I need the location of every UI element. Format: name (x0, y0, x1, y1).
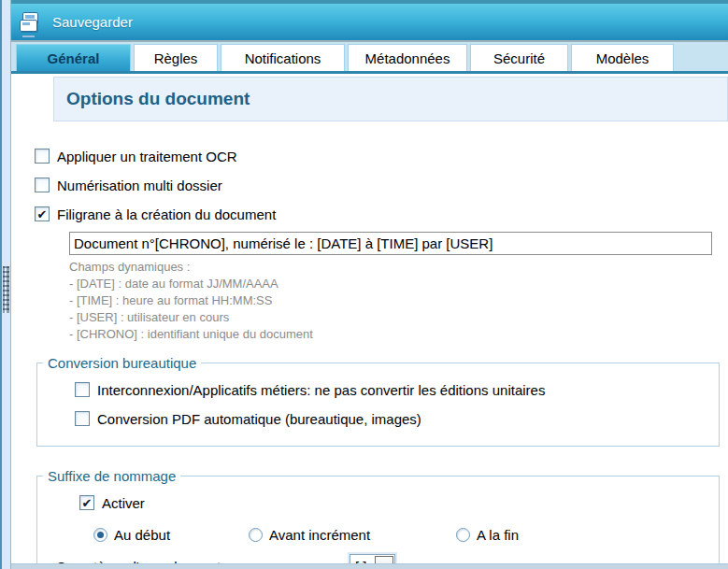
section-heading-band: Options du document (53, 77, 728, 121)
option-interconnexion[interactable]: Interconnexion/Applicatifs métiers: ne p… (75, 378, 719, 401)
bottom-border-strip (11, 563, 728, 569)
dynamic-fields-hint: Champs dynamiques : - [DATE] : date au f… (69, 259, 728, 343)
splitter-grip-icon[interactable] (3, 266, 9, 313)
option-activer-label: Activer (102, 495, 145, 511)
option-filigrane[interactable]: Filigrane à la création du document (35, 203, 728, 225)
dialog-titlebar: Sauvegarder (11, 4, 728, 40)
tab-securite[interactable]: Sécurité (470, 44, 568, 71)
conversion-bureautique-group: Conversion bureautique Interconnexion/Ap… (36, 355, 720, 447)
radio-avant-increment[interactable]: Avant incrément (249, 527, 456, 543)
radio-a-la-fin-label: A la fin (477, 527, 519, 543)
radio-a-la-fin[interactable]: A la fin (456, 527, 519, 543)
option-multi-dossier-label: Numérisation multi dossier (57, 178, 222, 193)
option-ocr[interactable]: Appliquer un traitement OCR (35, 145, 728, 167)
hint-line: - [TIME] : heure au format HH:MM:SS (69, 292, 728, 309)
option-interconnexion-label: Interconnexion/Applicatifs métiers: ne p… (97, 382, 545, 398)
hint-line: - [CHRONO] : identifiant unique du docum… (69, 326, 728, 343)
hint-line: - [USER] : utilisateur en cours (69, 309, 728, 326)
hint-line: - [DATE] : date au format JJ/MM/AAAA (69, 276, 728, 292)
radio-button-avant-increment[interactable] (249, 528, 263, 542)
checkbox-conversion-pdf[interactable] (75, 411, 90, 426)
checkbox-filigrane[interactable] (35, 206, 50, 221)
filigrane-text-input[interactable] (69, 232, 712, 255)
save-dialog-window: Sauvegarder Général Règles Notifications… (11, 4, 728, 569)
tab-regles[interactable]: Règles (134, 44, 218, 71)
radio-au-debut-label: Au début (114, 527, 170, 543)
option-activer[interactable]: Activer (79, 491, 719, 514)
option-conversion-pdf-label: Conversion PDF automatique (bureautique,… (97, 411, 421, 427)
checkbox-activer[interactable] (79, 495, 94, 510)
tab-notifications[interactable]: Notifications (221, 44, 345, 71)
suffixe-nommage-group: Suffixe de nommage Activer Au début Avan… (36, 468, 720, 566)
checkbox-multi-dossier[interactable] (35, 178, 50, 192)
suffixe-legend: Suffixe de nommage (43, 468, 180, 484)
option-multi-dossier[interactable]: Numérisation multi dossier (35, 174, 728, 196)
suffixe-position-radios: Au début Avant incrément A la fin (93, 523, 719, 546)
tab-bar: Général Règles Notifications Métadonnées… (11, 40, 728, 71)
checkbox-interconnexion[interactable] (75, 382, 90, 397)
option-filigrane-label: Filigrane à la création du document (57, 206, 276, 222)
page-title: Options du document (66, 89, 250, 109)
option-ocr-label: Appliquer un traitement OCR (57, 149, 237, 164)
option-conversion-pdf[interactable]: Conversion PDF automatique (bureautique,… (75, 407, 719, 430)
tab-modeles[interactable]: Modèles (571, 44, 674, 71)
radio-button-au-debut[interactable] (93, 528, 107, 542)
hint-title: Champs dynamiques : (69, 259, 728, 276)
save-floppy-icon (20, 11, 44, 34)
radio-button-a-la-fin[interactable] (456, 528, 470, 542)
tab-general[interactable]: Général (16, 44, 131, 71)
pane-splitter[interactable] (0, 0, 11, 569)
tab-panel-general: Options du document Appliquer un traitem… (11, 74, 728, 566)
dialog-title: Sauvegarder (52, 14, 133, 30)
radio-au-debut[interactable]: Au début (93, 527, 249, 543)
checkbox-ocr[interactable] (35, 149, 50, 164)
conversion-legend: Conversion bureautique (43, 355, 201, 371)
tab-metadonnees[interactable]: Métadonnées (348, 44, 467, 71)
radio-avant-increment-label: Avant incrément (269, 527, 370, 543)
